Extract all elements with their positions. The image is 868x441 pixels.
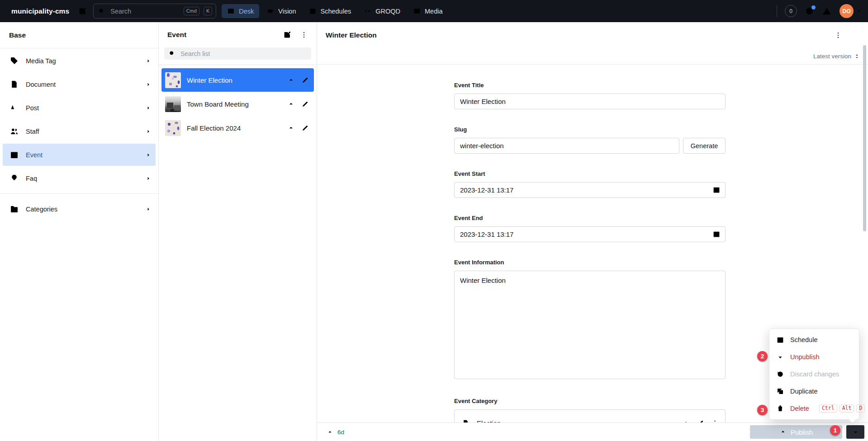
notification-dot	[811, 5, 816, 9]
warning-icon[interactable]	[822, 6, 832, 16]
annotation-badge-1: 1	[830, 425, 840, 436]
top-navbar: municipality-cms Cmd K Desk Vision Sched…	[0, 0, 868, 22]
field-event-title: Event Title	[454, 82, 726, 109]
tab-groqd-label: GROQD	[375, 8, 400, 15]
kebab-menu-icon[interactable]	[711, 419, 719, 423]
sidebar-item-post[interactable]: Post	[3, 97, 156, 119]
calendar-icon[interactable]	[712, 230, 721, 238]
sidebar-title: Base	[9, 31, 26, 39]
new-document-icon[interactable]	[78, 7, 87, 15]
chevron-right-icon	[145, 206, 152, 212]
event-title-input[interactable]	[454, 94, 726, 109]
document-title: Winter Election	[187, 76, 281, 84]
discard-icon	[776, 370, 784, 378]
generate-button[interactable]: Generate	[683, 138, 726, 154]
list-item-winter-election[interactable]: Winter Election	[161, 68, 314, 92]
tasks-counter-button[interactable]: 0	[785, 5, 797, 17]
event-start-input[interactable]	[454, 182, 726, 198]
new-document-icon[interactable]	[283, 31, 291, 39]
tab-vision-label: Vision	[278, 8, 296, 15]
kbd-k: K	[204, 7, 212, 15]
menu-item-delete[interactable]: Delete Ctrl Alt D	[769, 400, 859, 417]
document-thumbnail	[165, 72, 181, 88]
bulb-icon	[9, 174, 19, 183]
document-footer: 6d Publish	[317, 422, 868, 441]
field-label: Event Start	[454, 170, 726, 177]
sidebar-item-document[interactable]: Document	[3, 73, 156, 95]
menu-item-schedule[interactable]: Schedule	[769, 331, 859, 348]
code-icon	[364, 7, 371, 15]
tab-media[interactable]: Media	[408, 4, 448, 18]
list-search[interactable]	[164, 47, 311, 60]
sidebar-item-label: Categories	[26, 206, 138, 213]
slug-input[interactable]	[454, 138, 679, 154]
tab-desk[interactable]: Desk	[222, 4, 259, 18]
close-icon[interactable]	[852, 32, 859, 39]
menu-item-label: Schedule	[790, 336, 817, 343]
sidebar-item-label: Staff	[26, 128, 138, 135]
sidebar-item-label: Document	[26, 81, 138, 88]
chevron-right-icon	[145, 175, 152, 182]
published-icon	[287, 124, 295, 132]
calendar-icon[interactable]	[712, 186, 721, 194]
publish-button[interactable]: Publish	[750, 425, 842, 439]
global-search[interactable]: Cmd K	[93, 4, 216, 19]
doc-title: Winter Election	[326, 31, 377, 39]
sidebar-item-staff[interactable]: Staff	[3, 120, 156, 142]
version-selector[interactable]: Latest version	[317, 48, 868, 65]
sidebar-item-faq[interactable]: Faq	[3, 167, 156, 189]
list-item-fall-election-2024[interactable]: Fall Election 2024	[161, 116, 314, 140]
list-pane-header: Event	[159, 22, 317, 47]
publish-button-label: Publish	[791, 428, 813, 436]
tab-vision[interactable]: Vision	[261, 4, 301, 18]
list-search-wrap	[159, 47, 317, 65]
tab-groqd[interactable]: GROQD	[358, 4, 406, 18]
sidebar-item-event[interactable]: Event	[3, 144, 156, 166]
chevron-right-icon	[145, 152, 152, 158]
event-end-input[interactable]	[454, 226, 726, 242]
annotation-badge-2: 2	[757, 351, 768, 361]
field-event-information: Event Information Winter Election	[454, 259, 726, 381]
duplicate-icon	[776, 387, 784, 395]
published-icon	[682, 419, 690, 423]
publish-actions-chevron-button[interactable]	[846, 425, 864, 439]
chevron-right-icon	[145, 128, 152, 135]
sidebar-header: Base	[0, 22, 158, 48]
published-status[interactable]: 6d	[327, 429, 344, 436]
calendar-icon	[9, 150, 19, 160]
folder-icon	[9, 204, 19, 214]
scrollbar[interactable]	[863, 45, 866, 231]
sidebar-item-categories[interactable]: Categories	[3, 198, 156, 220]
calendar-icon	[309, 7, 317, 15]
sidebar-item-media-tag[interactable]: Media Tag	[3, 50, 156, 72]
tab-schedules[interactable]: Schedules	[304, 4, 357, 18]
event-category-reference[interactable]: Election	[454, 409, 726, 422]
list-item-town-board-meeting[interactable]: Town Board Meeting	[161, 92, 314, 116]
user-menu[interactable]: DO	[840, 4, 862, 18]
delete-shortcut: Ctrl Alt D	[819, 404, 865, 413]
navbar-right-cluster: 0 DO	[777, 4, 862, 18]
global-search-input[interactable]	[109, 7, 179, 15]
menu-item-duplicate[interactable]: Duplicate	[769, 383, 859, 400]
publish-icon	[779, 428, 787, 436]
sidebar-divider	[0, 193, 158, 194]
field-event-end: Event End	[454, 215, 726, 242]
menu-item-unpublish[interactable]: Unpublish	[769, 348, 859, 366]
event-information-textarea[interactable]: Winter Election	[454, 271, 726, 379]
document-thumbnail	[165, 120, 181, 136]
tab-desk-label: Desk	[239, 8, 254, 15]
unpublish-icon	[776, 353, 784, 361]
chevron-right-icon	[145, 81, 152, 88]
resources-button[interactable]	[805, 6, 814, 16]
search-icon	[98, 8, 105, 15]
annotation-badge-3: 3	[757, 405, 768, 415]
list-search-input[interactable]	[180, 50, 307, 58]
reference-title: Election	[477, 419, 675, 423]
document-thumbnail	[165, 96, 181, 112]
kebab-menu-icon[interactable]	[834, 31, 842, 39]
document-actions-menu: Schedule Unpublish Discard changes Dupli…	[769, 328, 859, 420]
published-icon	[287, 76, 295, 84]
kebab-menu-icon[interactable]	[300, 31, 308, 39]
page-icon	[461, 419, 470, 423]
tool-tabs: Desk Vision Schedules GROQD Media	[222, 4, 448, 18]
